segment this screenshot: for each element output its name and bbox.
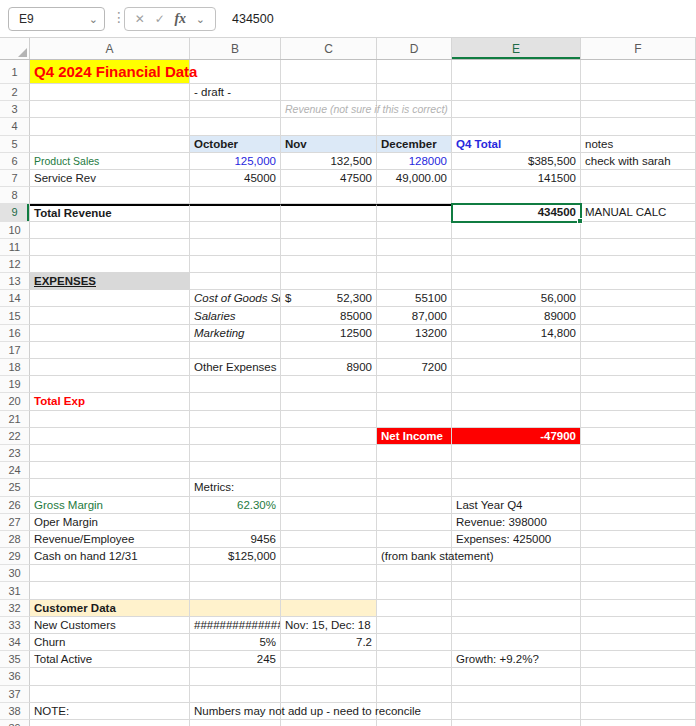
cell-E10[interactable]	[452, 222, 581, 239]
cell-C12[interactable]	[281, 256, 377, 273]
row-header-35[interactable]: 35	[0, 651, 30, 668]
cell-F15[interactable]	[581, 307, 696, 324]
row-header-14[interactable]: 14	[0, 290, 30, 307]
cell-C20[interactable]	[281, 393, 377, 410]
cell-F16[interactable]	[581, 325, 696, 342]
cell-E18[interactable]	[452, 359, 581, 376]
cell-B6[interactable]: 125,000	[190, 153, 281, 170]
cell-C10[interactable]	[281, 222, 377, 239]
cell-C18[interactable]: 8900	[281, 359, 377, 376]
cell-E20[interactable]	[452, 393, 581, 410]
row-header-17[interactable]: 17	[0, 342, 30, 359]
row-header-37[interactable]: 37	[0, 686, 30, 703]
row-header-34[interactable]: 34	[0, 634, 30, 651]
cell-F20[interactable]	[581, 393, 696, 410]
cell-E35[interactable]: Growth: +9.2%?	[452, 651, 581, 668]
cell-E16[interactable]: 14,800	[452, 325, 581, 342]
cell-D24[interactable]	[377, 462, 452, 479]
cell-E32[interactable]	[452, 600, 581, 617]
cell-D12[interactable]	[377, 256, 452, 273]
cell-F29[interactable]	[581, 548, 696, 565]
cell-F10[interactable]	[581, 222, 696, 239]
cell-D36[interactable]	[377, 668, 452, 685]
cell-F4[interactable]	[581, 118, 696, 135]
cell-C28[interactable]	[281, 531, 377, 548]
row-header-15[interactable]: 15	[0, 307, 30, 324]
col-header-C[interactable]: C	[281, 38, 377, 59]
row-header-18[interactable]: 18	[0, 359, 30, 376]
cell-B31[interactable]	[190, 582, 281, 599]
cell-C15[interactable]: 85000	[281, 307, 377, 324]
cell-D33[interactable]	[377, 617, 452, 634]
cell-E6[interactable]: $385,500	[452, 153, 581, 170]
cell-F25[interactable]	[581, 479, 696, 496]
cell-F14[interactable]	[581, 290, 696, 307]
cell-A34[interactable]: Churn	[30, 634, 190, 651]
cell-E28[interactable]: Expenses: 425000	[452, 531, 581, 548]
cell-A24[interactable]	[30, 462, 190, 479]
cell-F30[interactable]	[581, 565, 696, 582]
cell-D14[interactable]: 55100	[377, 290, 452, 307]
cell-C25[interactable]	[281, 479, 377, 496]
cell-D35[interactable]	[377, 651, 452, 668]
cell-E23[interactable]	[452, 445, 581, 462]
cell-E33[interactable]	[452, 617, 581, 634]
row-header-36[interactable]: 36	[0, 668, 30, 685]
row-header-4[interactable]: 4	[0, 118, 30, 135]
cell-D6[interactable]: 128000	[377, 153, 452, 170]
cell-D13[interactable]	[377, 273, 452, 290]
col-header-E[interactable]: E	[452, 38, 581, 59]
row-header-28[interactable]: 28	[0, 531, 30, 548]
cell-D37[interactable]	[377, 686, 452, 703]
cell-F11[interactable]	[581, 239, 696, 256]
cell-E31[interactable]	[452, 582, 581, 599]
cell-D28[interactable]	[377, 531, 452, 548]
row-header-19[interactable]: 19	[0, 376, 30, 393]
cell-B25[interactable]: Metrics:	[190, 479, 281, 496]
cell-C19[interactable]	[281, 376, 377, 393]
cell-C30[interactable]	[281, 565, 377, 582]
cell-D31[interactable]	[377, 582, 452, 599]
cell-A36[interactable]	[30, 668, 190, 685]
col-header-D[interactable]: D	[377, 38, 452, 59]
cell-D2[interactable]	[377, 84, 452, 101]
cell-A4[interactable]	[30, 118, 190, 135]
row-header-20[interactable]: 20	[0, 393, 30, 410]
cell-B27[interactable]	[190, 514, 281, 531]
col-header-A[interactable]: A	[30, 38, 190, 59]
cell-D1[interactable]	[377, 60, 452, 84]
row-header-10[interactable]: 10	[0, 222, 30, 239]
cell-A21[interactable]	[30, 411, 190, 428]
cell-B34[interactable]: 5%	[190, 634, 281, 651]
row-header-3[interactable]: 3	[0, 101, 30, 118]
cell-D22[interactable]: Net Income	[377, 428, 452, 445]
cell-B32[interactable]	[190, 600, 281, 617]
cell-C34[interactable]: 7.2	[281, 634, 377, 651]
cell-A9[interactable]: Total Revenue	[30, 204, 190, 221]
cell-C37[interactable]	[281, 686, 377, 703]
formula-input[interactable]: 434500	[232, 0, 274, 38]
cell-F17[interactable]	[581, 342, 696, 359]
cell-A3[interactable]	[30, 101, 190, 118]
cell-B15[interactable]: Salaries	[190, 307, 281, 324]
cell-F39[interactable]	[581, 720, 696, 726]
cell-D30[interactable]	[377, 565, 452, 582]
cell-F5[interactable]: notes	[581, 136, 696, 153]
cell-A30[interactable]	[30, 565, 190, 582]
cell-A5[interactable]	[30, 136, 190, 153]
cell-F33[interactable]	[581, 617, 696, 634]
cell-B2[interactable]: - draft -	[190, 84, 281, 101]
cell-D32[interactable]	[377, 600, 452, 617]
cell-B26[interactable]: 62.30%	[190, 497, 281, 514]
cell-C39[interactable]	[281, 720, 377, 726]
cell-A23[interactable]	[30, 445, 190, 462]
cell-E4[interactable]	[452, 118, 581, 135]
cell-E19[interactable]	[452, 376, 581, 393]
cell-C17[interactable]	[281, 342, 377, 359]
cell-B1[interactable]	[190, 60, 281, 84]
row-header-27[interactable]: 27	[0, 514, 30, 531]
cell-C2[interactable]	[281, 84, 377, 101]
cell-E39[interactable]	[452, 720, 581, 726]
cell-E7[interactable]: 141500	[452, 170, 581, 187]
cell-E15[interactable]: 89000	[452, 307, 581, 324]
